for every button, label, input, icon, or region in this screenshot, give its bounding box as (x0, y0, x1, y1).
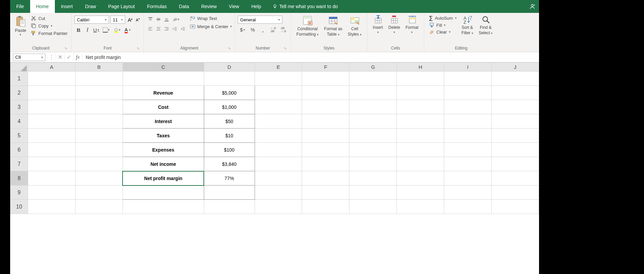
decrease-indent-button[interactable] (171, 25, 178, 33)
cell-H6[interactable] (397, 143, 444, 157)
cell-E8[interactable] (255, 171, 302, 185)
cell-E4[interactable] (255, 114, 302, 129)
cell-C8[interactable]: Net profit margin (123, 171, 204, 185)
tab-formulas[interactable]: Formulas (141, 0, 173, 13)
tab-insert[interactable]: Insert (55, 0, 79, 13)
tab-data[interactable]: Data (173, 0, 195, 13)
cell-H1[interactable] (397, 72, 444, 86)
cell-D6[interactable]: $100 (204, 143, 255, 157)
cell-G7[interactable] (349, 157, 397, 171)
find-select-button[interactable]: Find &Select ▾ (476, 14, 496, 36)
cell-J7[interactable] (492, 157, 539, 171)
spreadsheet-grid[interactable]: ABCDEFGHIJ12Revenue$5,0003Cost$1,0004Int… (10, 62, 539, 274)
cell-F9[interactable] (302, 185, 349, 200)
cell-G5[interactable] (349, 129, 397, 143)
enter-formula-button[interactable]: ✓ (64, 54, 73, 61)
fill-color-button[interactable]: ▾ (112, 26, 122, 34)
fill-button[interactable]: Fill▾ (429, 22, 457, 28)
dialog-launcher-icon[interactable]: ⤡ (283, 46, 287, 51)
dialog-launcher-icon[interactable]: ⤡ (64, 46, 68, 51)
cell-I5[interactable] (444, 129, 492, 143)
align-top-button[interactable] (147, 16, 154, 23)
cell-I7[interactable] (444, 157, 492, 171)
cell-C2[interactable]: Revenue (123, 86, 204, 100)
delete-cells-button[interactable]: Delete▾ (386, 14, 403, 35)
cell-E6[interactable] (255, 143, 302, 157)
insert-cells-button[interactable]: Insert▾ (370, 14, 386, 35)
increase-font-button[interactable]: A▴ (127, 17, 133, 23)
cell-G10[interactable] (349, 200, 397, 214)
row-header-10[interactable]: 10 (10, 200, 28, 214)
cell-G9[interactable] (349, 185, 397, 200)
cell-D9[interactable] (204, 185, 255, 200)
cell-F6[interactable] (302, 143, 349, 157)
cell-C6[interactable]: Expenses (123, 143, 204, 157)
cell-B1[interactable] (75, 72, 123, 86)
cell-C3[interactable]: Cost (123, 100, 204, 114)
sort-filter-button[interactable]: AZ Sort &Filter ▾ (459, 14, 476, 36)
paste-button[interactable]: Paste ▾ (13, 14, 28, 38)
cell-B3[interactable] (75, 100, 123, 114)
cell-B9[interactable] (75, 185, 123, 200)
clear-button[interactable]: Clear▾ (429, 29, 457, 35)
tab-help[interactable]: Help (245, 0, 267, 13)
cell-E1[interactable] (255, 72, 302, 86)
cell-D8[interactable]: 77% (204, 171, 255, 185)
row-header-5[interactable]: 5 (10, 129, 28, 143)
cell-J4[interactable] (492, 114, 539, 129)
cell-D7[interactable]: $3,840 (204, 157, 255, 171)
column-header-G[interactable]: G (349, 63, 397, 72)
cell-F10[interactable] (302, 200, 349, 214)
cell-J1[interactable] (492, 72, 539, 86)
orientation-button[interactable]: ab▾ (171, 16, 181, 23)
align-middle-button[interactable] (155, 16, 162, 23)
cell-H4[interactable] (397, 114, 444, 129)
cell-A3[interactable] (28, 100, 75, 114)
cell-C7[interactable]: Net income (123, 157, 204, 171)
comma-format-button[interactable]: , (258, 26, 267, 34)
align-left-button[interactable] (147, 25, 154, 33)
format-as-table-button[interactable]: Format asTable ▾ (321, 14, 345, 38)
cell-J6[interactable] (492, 143, 539, 157)
insert-function-button[interactable]: fx (73, 54, 82, 61)
cell-F3[interactable] (302, 100, 349, 114)
cell-J8[interactable] (492, 171, 539, 185)
cell-G4[interactable] (349, 114, 397, 129)
cell-D10[interactable] (204, 200, 255, 214)
percent-format-button[interactable]: % (248, 26, 257, 34)
cell-I9[interactable] (444, 185, 492, 200)
cell-D1[interactable] (204, 72, 255, 86)
increase-indent-button[interactable] (179, 25, 187, 33)
column-header-J[interactable]: J (492, 63, 539, 72)
tab-page-layout[interactable]: Page Layout (102, 0, 141, 13)
cell-J3[interactable] (492, 100, 539, 114)
cell-B7[interactable] (75, 157, 123, 171)
cell-A4[interactable] (28, 114, 75, 129)
font-color-button[interactable]: A▾ (123, 26, 133, 34)
cell-A1[interactable] (28, 72, 75, 86)
cell-C10[interactable] (123, 200, 204, 214)
align-right-button[interactable] (163, 25, 170, 33)
cell-I6[interactable] (444, 143, 492, 157)
select-all-corner[interactable] (10, 63, 28, 72)
row-header-2[interactable]: 2 (10, 86, 28, 100)
cell-styles-button[interactable]: CellStyles ▾ (345, 14, 364, 38)
column-header-E[interactable]: E (255, 63, 302, 72)
align-bottom-button[interactable] (163, 16, 170, 23)
row-header-1[interactable]: 1 (10, 72, 28, 86)
cell-E9[interactable] (255, 185, 302, 200)
row-header-9[interactable]: 9 (10, 185, 28, 200)
cell-G6[interactable] (349, 143, 397, 157)
format-painter-button[interactable]: Format Painter (31, 31, 67, 36)
cell-D4[interactable]: $50 (204, 114, 255, 129)
bold-button[interactable]: B (74, 26, 83, 34)
cell-J10[interactable] (492, 200, 539, 214)
cell-B10[interactable] (75, 200, 123, 214)
autosum-button[interactable]: ∑AutoSum▾ (429, 15, 457, 21)
tab-view[interactable]: View (223, 0, 245, 13)
tab-home[interactable]: Home (30, 0, 55, 13)
cell-F2[interactable] (302, 86, 349, 100)
cell-J2[interactable] (492, 86, 539, 100)
cell-B4[interactable] (75, 114, 123, 129)
cell-F4[interactable] (302, 114, 349, 129)
